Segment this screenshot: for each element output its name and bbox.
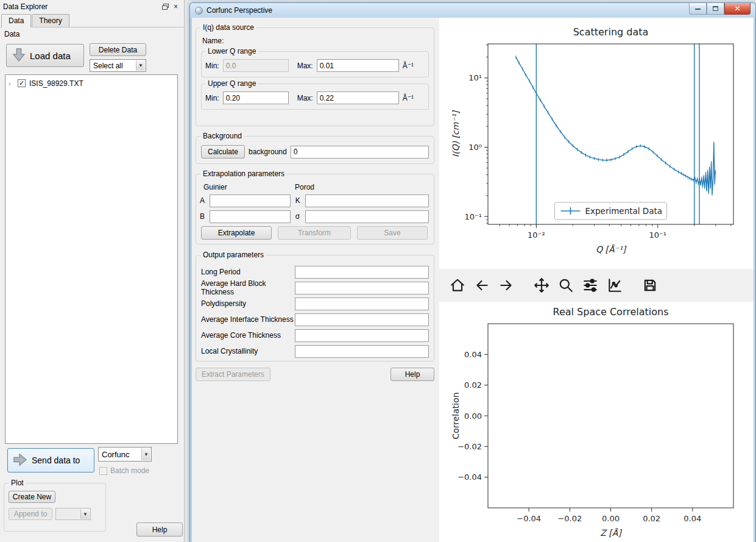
tree-row[interactable]: › ✓ ISIS_98929.TXT bbox=[7, 77, 176, 89]
maximize-button[interactable] bbox=[707, 3, 724, 15]
select-all-dropdown[interactable]: Select all ▼ bbox=[90, 59, 146, 72]
avg-core-label: Average Core Thickness bbox=[201, 331, 295, 340]
polydispersity-label: Polydispersity bbox=[201, 299, 295, 308]
calculate-background-button[interactable]: Calculate bbox=[201, 145, 245, 159]
porod-label: Porod bbox=[295, 183, 314, 191]
output-parameters-title: Output parameters bbox=[200, 251, 266, 259]
chevron-down-icon: ▼ bbox=[136, 60, 145, 71]
extrapolate-button[interactable]: Extrapolate bbox=[201, 226, 272, 240]
avg-interface-label: Average Interface Thickness bbox=[201, 315, 295, 324]
output-row: Average Core Thickness bbox=[201, 327, 429, 343]
explorer-tabbar: Data Theory bbox=[0, 13, 184, 27]
porod-k-input[interactable] bbox=[305, 194, 429, 207]
svg-text:Z [Å]: Z [Å] bbox=[600, 528, 622, 538]
local-crystallinity-label: Local Crystallinity bbox=[201, 347, 295, 355]
scattering-figure: Scattering data10⁻²10⁻¹10⁻¹10⁰10¹Q [Å⁻¹]… bbox=[439, 18, 754, 269]
zoom-button[interactable] bbox=[554, 273, 578, 298]
append-to-plot-button[interactable]: Append to bbox=[9, 508, 52, 520]
guinier-a-label: A bbox=[200, 196, 206, 205]
svg-text:Real Space Correlations: Real Space Correlations bbox=[553, 306, 669, 318]
forward-button[interactable] bbox=[494, 273, 518, 298]
svg-text:−0.02: −0.02 bbox=[557, 514, 582, 523]
file-name[interactable]: ISIS_98929.TXT bbox=[29, 79, 83, 88]
output-row: Average Hard Block Thickness bbox=[201, 280, 429, 296]
svg-text:0.02: 0.02 bbox=[643, 514, 660, 523]
close-button[interactable]: ✕ bbox=[724, 3, 751, 15]
float-panel-icon[interactable] bbox=[160, 2, 171, 11]
home-button[interactable] bbox=[445, 273, 470, 298]
chevron-down-icon: ▼ bbox=[80, 509, 90, 519]
upper-q-range-group: Upper Q range Min: Max: Å⁻¹ bbox=[201, 84, 429, 110]
explorer-help-button[interactable]: Help bbox=[136, 522, 183, 537]
scattering-plot-canvas[interactable]: Scattering data10⁻²10⁻¹10⁻¹10⁰10¹Q [Å⁻¹]… bbox=[439, 18, 754, 269]
close-panel-icon[interactable]: × bbox=[171, 2, 181, 11]
save-button[interactable]: Save bbox=[357, 226, 428, 240]
local-crystallinity-input[interactable] bbox=[295, 345, 429, 358]
window-titlebar[interactable]: Corfunc Perspective bbox=[190, 3, 755, 18]
file-checkbox[interactable]: ✓ bbox=[18, 79, 26, 87]
right-arrow-icon bbox=[13, 453, 27, 468]
corfunc-params-panel: I(q) data source Name: Lower Q range Min… bbox=[192, 18, 438, 542]
lower-q-max-label: Max: bbox=[297, 62, 313, 70]
subplots-button[interactable] bbox=[578, 273, 602, 298]
long-period-input[interactable] bbox=[295, 266, 429, 279]
output-row: Average Interface Thickness bbox=[201, 312, 429, 327]
svg-text:−0.02: −0.02 bbox=[457, 442, 482, 451]
extract-parameters-button[interactable]: Extract Parameters bbox=[196, 368, 270, 381]
send-data-button[interactable]: Send data to bbox=[7, 448, 94, 472]
transform-button[interactable]: Transform bbox=[278, 226, 351, 240]
iq-data-source-title: I(q) data source bbox=[200, 23, 256, 32]
upper-q-max-input[interactable] bbox=[317, 91, 399, 104]
batch-mode-row: Batch mode bbox=[99, 466, 149, 475]
lower-q-min-input[interactable] bbox=[223, 59, 289, 72]
svg-text:10⁻¹: 10⁻¹ bbox=[464, 212, 482, 221]
guinier-b-input[interactable] bbox=[210, 210, 291, 223]
extrapolation-group-title: Extrapolation parameters bbox=[200, 169, 287, 178]
create-new-plot-button[interactable]: Create New bbox=[9, 491, 55, 503]
corfunc-window: Corfunc Perspective ✕ I(q) data source N… bbox=[189, 2, 756, 542]
back-button[interactable] bbox=[470, 273, 494, 298]
pan-button[interactable] bbox=[529, 273, 554, 298]
background-group: Background Calculate background bbox=[196, 136, 434, 164]
output-row: Polydispersity bbox=[201, 296, 429, 312]
background-input[interactable] bbox=[291, 146, 429, 159]
avg-hard-block-input[interactable] bbox=[295, 282, 429, 294]
output-parameters-group: Output parameters Long Period Average Ha… bbox=[196, 255, 434, 362]
tab-data[interactable]: Data bbox=[1, 14, 31, 27]
lower-q-min-label: Min: bbox=[205, 62, 219, 70]
lower-q-range-title: Lower Q range bbox=[205, 47, 258, 55]
minimize-icon bbox=[695, 8, 701, 10]
plot-toolbar bbox=[438, 269, 754, 302]
guinier-a-input[interactable] bbox=[210, 194, 291, 207]
lower-q-max-input[interactable] bbox=[317, 59, 399, 72]
expand-chevron-icon[interactable]: › bbox=[9, 80, 14, 87]
home-icon bbox=[450, 277, 465, 293]
batch-mode-checkbox[interactable] bbox=[99, 467, 107, 475]
delete-data-button[interactable]: Delete Data bbox=[90, 43, 146, 56]
app-icon bbox=[195, 7, 203, 15]
customize-button[interactable] bbox=[602, 273, 627, 298]
porod-k-label: K bbox=[295, 196, 302, 205]
avg-core-input[interactable] bbox=[295, 329, 429, 342]
data-file-tree[interactable]: › ✓ ISIS_98929.TXT bbox=[5, 74, 178, 444]
sasview-app: { "data_explorer": { "title": "Data Expl… bbox=[0, 0, 756, 542]
porod-sigma-label: σ bbox=[295, 212, 302, 221]
load-data-button[interactable]: Load data bbox=[6, 44, 84, 67]
save-figure-button[interactable] bbox=[638, 273, 662, 298]
perspective-dropdown[interactable]: Corfunc ▼ bbox=[98, 447, 152, 462]
svg-text:Q [Å⁻¹]: Q [Å⁻¹] bbox=[596, 244, 627, 254]
tab-theory[interactable]: Theory bbox=[32, 14, 69, 27]
svg-text:Correlation: Correlation bbox=[451, 392, 461, 439]
corfunc-help-button[interactable]: Help bbox=[390, 368, 434, 381]
porod-sigma-input[interactable] bbox=[305, 210, 429, 223]
guinier-label: Guinier bbox=[203, 183, 291, 191]
upper-q-min-input[interactable] bbox=[223, 91, 289, 104]
append-plot-dropdown[interactable]: ▼ bbox=[55, 508, 91, 520]
save-icon bbox=[642, 277, 658, 293]
correlation-plot-canvas[interactable]: Real Space Correlations−0.04−0.020.000.0… bbox=[439, 302, 754, 541]
svg-text:−0.04: −0.04 bbox=[517, 514, 541, 523]
minimize-button[interactable] bbox=[689, 3, 707, 15]
upper-q-min-label: Min: bbox=[205, 94, 219, 102]
avg-interface-input[interactable] bbox=[295, 313, 429, 326]
polydispersity-input[interactable] bbox=[295, 298, 429, 310]
